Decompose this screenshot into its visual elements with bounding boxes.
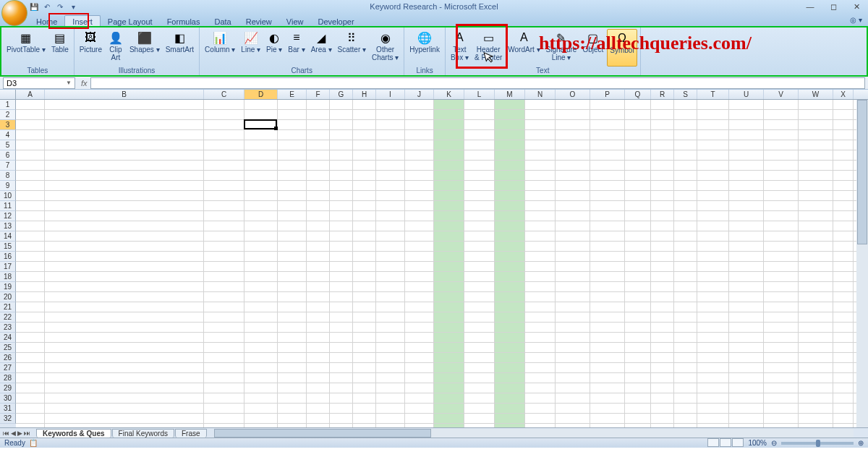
col-header-R[interactable]: R xyxy=(651,90,674,99)
col-header-X[interactable]: X xyxy=(833,90,854,99)
col-header-C[interactable]: C xyxy=(204,90,244,99)
headerfooter-button[interactable]: ▭Header & Footer xyxy=(472,29,504,67)
row-header-17[interactable]: 17 xyxy=(0,262,16,272)
row-header-14[interactable]: 14 xyxy=(0,231,16,242)
row-header-32[interactable]: 32 xyxy=(0,414,16,424)
col-header-Q[interactable]: Q xyxy=(625,90,651,99)
col-header-A[interactable]: A xyxy=(16,90,45,99)
col-header-L[interactable]: L xyxy=(464,90,495,99)
fx-icon[interactable]: fx xyxy=(81,79,88,88)
zoom-out-icon[interactable]: ⊖ xyxy=(771,439,777,447)
select-all-corner[interactable] xyxy=(0,90,16,99)
maximize-button[interactable]: ◻ xyxy=(826,1,841,12)
row-header-1[interactable]: 1 xyxy=(0,100,16,110)
close-button[interactable]: ✕ xyxy=(849,1,864,12)
row-header-30[interactable]: 30 xyxy=(0,393,16,404)
pie-button[interactable]: ◐Pie ▾ xyxy=(264,29,284,67)
col-header-N[interactable]: N xyxy=(525,90,556,99)
hyperlink-button[interactable]: 🌐Hyperlink xyxy=(407,29,442,67)
scatter-button[interactable]: ⠿Scatter ▾ xyxy=(336,29,368,67)
row-header-27[interactable]: 27 xyxy=(0,363,16,373)
row-header-13[interactable]: 13 xyxy=(0,221,16,231)
sheet-tab-frase[interactable]: Frase xyxy=(175,429,207,438)
row-header-21[interactable]: 21 xyxy=(0,302,16,312)
other-charts-button[interactable]: ◉Other Charts ▾ xyxy=(370,29,401,67)
col-header-V[interactable]: V xyxy=(764,90,799,99)
col-header-O[interactable]: O xyxy=(556,90,590,99)
row-header-20[interactable]: 20 xyxy=(0,292,16,302)
row-header-19[interactable]: 19 xyxy=(0,282,16,292)
row-header-18[interactable]: 18 xyxy=(0,272,16,282)
office-button[interactable] xyxy=(1,0,27,26)
row-header-5[interactable]: 5 xyxy=(0,140,16,150)
row-header-26[interactable]: 26 xyxy=(0,353,16,363)
bar-button[interactable]: ≡Bar ▾ xyxy=(286,29,307,67)
row-header-29[interactable]: 29 xyxy=(0,383,16,393)
row-header-22[interactable]: 22 xyxy=(0,312,16,323)
row-header-24[interactable]: 24 xyxy=(0,333,16,343)
line-button[interactable]: 📈Line ▾ xyxy=(239,29,263,67)
col-header-G[interactable]: G xyxy=(330,90,353,99)
row-header-9[interactable]: 9 xyxy=(0,181,16,191)
row-header-10[interactable]: 10 xyxy=(0,191,16,201)
zoom-slider[interactable] xyxy=(781,442,854,445)
col-header-M[interactable]: M xyxy=(495,90,525,99)
formula-input[interactable] xyxy=(90,77,865,89)
row-header-7[interactable]: 7 xyxy=(0,161,16,171)
sheet-nav-prev-icon[interactable]: ◀ xyxy=(11,430,16,437)
pivottable-button[interactable]: ▦PivotTable ▾ xyxy=(4,29,48,67)
row-header-28[interactable]: 28 xyxy=(0,373,16,383)
row-header-31[interactable]: 31 xyxy=(0,404,16,414)
sheet-nav-first-icon[interactable]: ⏮ xyxy=(3,430,9,437)
row-header-12[interactable]: 12 xyxy=(0,211,16,221)
view-buttons[interactable] xyxy=(707,438,744,448)
horizontal-scroll-thumb[interactable] xyxy=(214,429,431,438)
col-header-U[interactable]: U xyxy=(729,90,764,99)
row-header-3[interactable]: 3 xyxy=(0,120,16,130)
name-box[interactable]: D3 ▼ xyxy=(3,77,75,89)
col-header-E[interactable]: E xyxy=(278,90,307,99)
row-header-11[interactable]: 11 xyxy=(0,201,16,211)
col-header-F[interactable]: F xyxy=(307,90,330,99)
vertical-scroll-thumb[interactable] xyxy=(857,100,867,244)
vertical-scrollbar[interactable] xyxy=(856,100,868,427)
active-cell[interactable] xyxy=(244,119,277,129)
wordart-button[interactable]: AWordArt ▾ xyxy=(506,29,542,67)
zoom-level[interactable]: 100% xyxy=(748,439,767,447)
col-header-S[interactable]: S xyxy=(674,90,697,99)
table-button[interactable]: ▤Table xyxy=(49,29,71,67)
qat-redo-icon[interactable]: ↷ xyxy=(55,1,65,12)
col-header-B[interactable]: B xyxy=(45,90,204,99)
sheet-tab-keywords-ques[interactable]: Keywords & Ques xyxy=(36,429,111,438)
sheet-nav-last-icon[interactable]: ⏭ xyxy=(24,430,30,437)
name-box-dropdown-icon[interactable]: ▼ xyxy=(66,80,72,86)
cells-area[interactable] xyxy=(16,100,868,427)
zoom-in-icon[interactable]: ⊕ xyxy=(858,439,864,447)
row-header-2[interactable]: 2 xyxy=(0,110,16,120)
column-button[interactable]: 📊Column ▾ xyxy=(203,29,237,67)
col-header-J[interactable]: J xyxy=(405,90,434,99)
col-header-K[interactable]: K xyxy=(434,90,464,99)
row-header-15[interactable]: 15 xyxy=(0,242,16,252)
help-icon[interactable]: ◎ ▾ xyxy=(850,16,862,24)
textbox-button[interactable]: AText Box ▾ xyxy=(448,29,471,67)
qat-save-icon[interactable]: 💾 xyxy=(29,1,39,12)
sheet-tab-final-keywords[interactable]: Final Keywords xyxy=(112,429,174,438)
row-header-4[interactable]: 4 xyxy=(0,130,16,140)
col-header-T[interactable]: T xyxy=(697,90,729,99)
row-header-6[interactable]: 6 xyxy=(0,150,16,161)
minimize-button[interactable]: — xyxy=(803,1,817,12)
qat-customize-icon[interactable]: ▾ xyxy=(68,1,78,12)
col-header-D[interactable]: D xyxy=(244,90,278,99)
sheet-nav-next-icon[interactable]: ▶ xyxy=(17,430,22,437)
picture-button[interactable]: 🖼Picture xyxy=(77,29,104,67)
row-header-16[interactable]: 16 xyxy=(0,252,16,262)
col-header-P[interactable]: P xyxy=(590,90,625,99)
clipart-button[interactable]: 👤Clip Art xyxy=(106,29,126,67)
qat-undo-icon[interactable]: ↶ xyxy=(42,1,52,12)
col-header-H[interactable]: H xyxy=(353,90,376,99)
row-header-8[interactable]: 8 xyxy=(0,171,16,181)
shapes-button[interactable]: ⬛Shapes ▾ xyxy=(127,29,162,67)
horizontal-scrollbar[interactable] xyxy=(214,429,854,438)
row-header-23[interactable]: 23 xyxy=(0,323,16,333)
